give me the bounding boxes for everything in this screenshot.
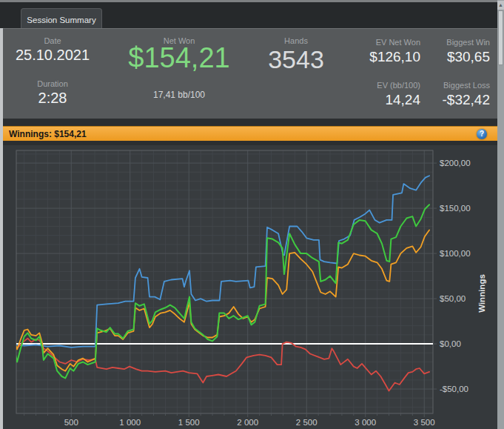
scrollbar-thumb[interactable] (498, 10, 503, 65)
net-won-value: $154,21 (112, 42, 246, 74)
y-axis-label: $0,00 (440, 339, 461, 348)
tab-session-summary[interactable]: Session Summary (21, 8, 102, 30)
tab-label: Session Summary (27, 16, 95, 24)
biggest-win-value: $30,65 (405, 49, 490, 65)
winnings-chart: 5001 0001 5002 0002 5003 0003 500-$50,00… (3, 145, 497, 429)
biggest-loss-label: Biggest Loss (405, 81, 490, 90)
help-icon[interactable]: ? (477, 129, 487, 139)
y-axis-label: $150,00 (440, 204, 471, 213)
date-label: Date (12, 36, 93, 45)
y-axis-label: $50,00 (440, 294, 466, 303)
winnings-header-label: Winnings: $154,21 (9, 129, 87, 139)
x-axis-label: 3 000 (355, 418, 376, 427)
y-axis-label: -$50,00 (440, 385, 468, 393)
scroll-up-icon[interactable]: ▲ (497, 1, 504, 10)
biggest-win-label: Biggest Win (405, 38, 490, 47)
y-axis-label: $100,00 (440, 249, 471, 258)
y-axis-title: Winnings (477, 274, 486, 313)
x-axis-label: 500 (64, 418, 78, 427)
x-axis-label: 3 500 (414, 418, 435, 427)
tab-bar: Session Summary (0, 0, 504, 28)
winnings-section-header[interactable]: Winnings: $154,21 ? (3, 126, 497, 141)
chart-panel: 5001 0001 5002 0002 5003 0003 500-$50,00… (3, 145, 497, 429)
x-axis-label: 1 000 (119, 418, 141, 427)
stats-panel: Date 25.10.2021 Duration 2:28 Net Won $1… (3, 28, 497, 119)
duration-label: Duration (12, 79, 93, 88)
vertical-scrollbar[interactable]: ▲ (497, 0, 504, 429)
y-axis-label: $200,00 (440, 159, 471, 167)
x-axis-label: 1 500 (178, 418, 200, 427)
net-won-bb100: 17,41 bb/100 (112, 90, 246, 100)
biggest-loss-value: -$32,42 (405, 92, 490, 108)
duration-value: 2:28 (12, 90, 93, 107)
date-value: 25.10.2021 (12, 47, 93, 64)
x-axis-label: 2 500 (296, 418, 317, 427)
x-axis-label: 2 000 (237, 418, 258, 427)
